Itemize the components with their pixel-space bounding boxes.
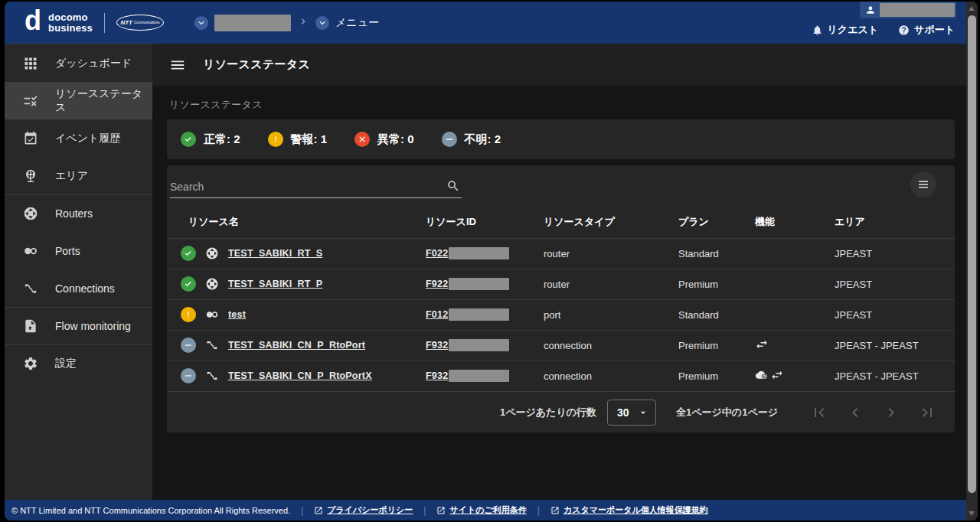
status-chip-unknown: 不明: 2 <box>442 132 501 147</box>
sidebar-item-ports[interactable]: Ports <box>5 232 152 269</box>
requests-button[interactable]: リクエスト <box>812 23 879 37</box>
resource-name-link[interactable]: TEST_SABIKI_RT_P <box>228 279 322 289</box>
user-account-chip[interactable] <box>860 2 956 18</box>
first-page-icon[interactable] <box>810 403 828 422</box>
plan-cell: Premium <box>678 330 755 361</box>
table-row: TEST_SABIKI_CN_P_RtoPortF932connectionPr… <box>167 330 955 361</box>
area-cell: JPEAST <box>835 299 955 330</box>
resource-type-cell: connection <box>544 330 678 361</box>
app-window: d docomo business NTTCommunications メニュー <box>5 2 978 520</box>
area-cell: JPEAST - JPEAST <box>835 361 955 391</box>
functions-cell <box>755 269 835 299</box>
resource-id-link[interactable]: F932 <box>426 340 448 351</box>
table-row: TEST_SABIKI_CN_P_RtoPortXF932connectionP… <box>167 361 955 391</box>
status-chip-label: 異常: 0 <box>377 132 414 147</box>
sidebar: ダッシュボードリソースステータスイベント履歴エリアRoutersPortsCon… <box>5 44 152 500</box>
external-link-icon <box>436 506 446 515</box>
menu-icon[interactable] <box>169 57 186 73</box>
chevron-down-icon[interactable] <box>315 16 329 30</box>
resource-id-link[interactable]: F012 <box>426 309 448 320</box>
router-icon <box>205 246 219 260</box>
search-icon[interactable] <box>446 179 460 193</box>
support-button[interactable]: サポート <box>898 23 955 37</box>
resource-type-cell: router <box>544 238 678 269</box>
resource-id-link[interactable]: F022 <box>426 248 448 259</box>
footer-link[interactable]: カスタマーポータル個人情報保護規約 <box>550 504 708 516</box>
resource-type-cell: router <box>544 269 678 299</box>
sidebar-item-label: リソースステータス <box>55 87 152 115</box>
resource-name-link[interactable]: TEST_SABIKI_CN_P_RtoPort <box>228 340 365 351</box>
sidebar-item-label: Routers <box>55 207 93 220</box>
sidebar-item-event-history[interactable]: イベント履歴 <box>5 119 152 157</box>
connections-icon <box>205 338 219 352</box>
vertical-scrollbar[interactable] <box>966 2 978 520</box>
rows-per-page-select[interactable]: 30 <box>607 400 656 426</box>
next-page-icon[interactable] <box>882 403 900 422</box>
router-icon <box>23 206 38 221</box>
router-icon <box>205 277 219 291</box>
connections-icon <box>23 281 38 296</box>
resource-id-link[interactable]: F932 <box>426 370 448 381</box>
chevron-down-icon[interactable] <box>194 16 208 30</box>
normal-status-icon <box>181 246 196 261</box>
last-page-icon[interactable] <box>918 403 936 422</box>
redacted-resource-id <box>449 370 509 382</box>
resource-name-link[interactable]: TEST_SABIKI_RT_S <box>228 248 322 259</box>
warning-status-icon <box>181 307 196 322</box>
footer-link[interactable]: サイトのご利用条件 <box>436 504 526 516</box>
area-cell: JPEAST <box>835 269 955 299</box>
sidebar-item-connections[interactable]: Connections <box>5 269 152 307</box>
docomo-d-logo: d <box>24 10 41 31</box>
copyright-text: © NTT Limited and NTT Communications Cor… <box>11 506 290 515</box>
normal-status-icon <box>181 132 196 147</box>
column-header: リソース名 <box>167 206 426 238</box>
redacted-resource-id <box>449 278 509 290</box>
resource-type-cell: connection <box>544 361 678 391</box>
caret-down-icon <box>637 406 649 419</box>
plan-cell: Standard <box>678 299 755 330</box>
pagination-controls <box>810 403 936 422</box>
sidebar-item-routers[interactable]: Routers <box>5 194 152 232</box>
cloud-x-icon <box>755 368 769 382</box>
event-calendar-icon <box>23 131 38 146</box>
resource-name-link[interactable]: test <box>228 309 246 320</box>
chevron-right-icon <box>297 15 309 31</box>
footer-link[interactable]: プライバシーポリシー <box>314 504 413 516</box>
table-row: TEST_SABIKI_RT_PF922routerPremiumJPEAST <box>167 269 955 299</box>
status-chip-label: 不明: 2 <box>465 132 501 147</box>
external-link-icon <box>550 506 560 515</box>
resource-type-cell: port <box>544 299 678 330</box>
column-filter-button[interactable] <box>910 171 936 197</box>
search-input[interactable] <box>170 181 446 193</box>
sidebar-item-settings[interactable]: 設定 <box>5 344 152 382</box>
breadcrumb: メニュー <box>194 15 379 31</box>
person-icon <box>865 5 876 15</box>
scroll-up-arrow-icon[interactable] <box>969 6 975 11</box>
logo-divider <box>104 13 105 33</box>
area-globe-icon <box>23 168 38 184</box>
app-footer: © NTT Limited and NTT Communications Cor… <box>5 500 978 520</box>
status-summary-card: 正常: 2警報: 1異常: 0不明: 2 <box>167 119 955 159</box>
sidebar-item-resource-status[interactable]: リソースステータス <box>5 82 152 119</box>
pagination: 1ページあたりの行数 30 全1ページ中の1ページ <box>167 391 955 432</box>
scroll-down-arrow-icon[interactable] <box>969 511 975 516</box>
functions-cell <box>755 238 835 269</box>
sidebar-item-dashboard[interactable]: ダッシュボード <box>5 44 152 82</box>
table-controls <box>167 165 955 198</box>
footer-separator: | <box>537 505 540 516</box>
redacted-resource-id <box>449 247 509 259</box>
resource-id-link[interactable]: F922 <box>426 279 448 289</box>
scrollbar-thumb[interactable] <box>968 15 976 493</box>
breadcrumb-menu-item[interactable]: メニュー <box>335 16 379 30</box>
swap-arrows-icon <box>770 368 784 382</box>
status-chip-warning: 警報: 1 <box>268 132 328 147</box>
sidebar-item-area[interactable]: エリア <box>5 157 152 194</box>
sidebar-item-label: エリア <box>55 169 88 183</box>
plan-cell: Standard <box>678 238 755 269</box>
previous-page-icon[interactable] <box>846 403 864 422</box>
resource-name-link[interactable]: TEST_SABIKI_CN_P_RtoPortX <box>228 370 372 381</box>
functions-cell <box>755 299 835 330</box>
status-chip-error: 異常: 0 <box>354 132 414 147</box>
sidebar-item-flow-monitoring[interactable]: Flow monitoring <box>5 307 152 344</box>
external-link-icon <box>314 506 323 515</box>
